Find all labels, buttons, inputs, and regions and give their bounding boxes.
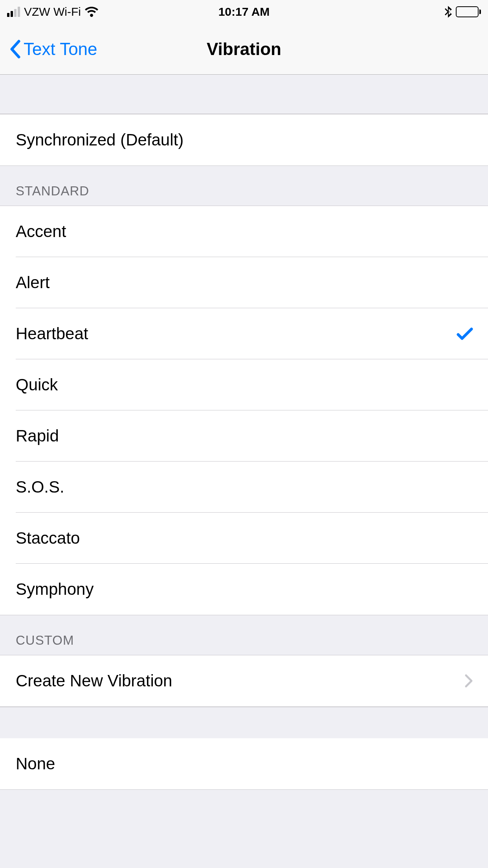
- vibration-option-none[interactable]: None: [0, 738, 488, 789]
- bluetooth-icon: [445, 6, 452, 18]
- status-left: VZW Wi-Fi: [7, 5, 98, 18]
- cell-label: None: [16, 754, 55, 773]
- status-bar: VZW Wi-Fi 10:17 AM: [0, 0, 488, 24]
- back-label: Text Tone: [24, 39, 97, 59]
- standard-group: Accent Alert Heartbeat Quick Rapid S.O.S…: [0, 206, 488, 615]
- cell-label: Quick: [16, 375, 58, 394]
- cell-label: Heartbeat: [16, 324, 88, 343]
- cell-label: Rapid: [16, 427, 59, 445]
- battery-icon: [456, 6, 481, 17]
- vibration-option-sos[interactable]: S.O.S.: [0, 462, 488, 513]
- status-right: [445, 6, 481, 18]
- create-new-vibration[interactable]: Create New Vibration: [0, 655, 488, 706]
- vibration-option-heartbeat[interactable]: Heartbeat: [0, 308, 488, 359]
- vibration-option-symphony[interactable]: Symphony: [0, 564, 488, 615]
- group-spacer: [0, 707, 488, 738]
- vibration-option-accent[interactable]: Accent: [0, 206, 488, 257]
- checkmark-icon: [457, 327, 473, 341]
- cell-label: Staccato: [16, 529, 80, 548]
- cell-label: Synchronized (Default): [16, 131, 183, 149]
- back-button[interactable]: Text Tone: [0, 39, 97, 59]
- cell-label: Accent: [16, 222, 66, 241]
- cell-label: Alert: [16, 273, 50, 292]
- vibration-option-alert[interactable]: Alert: [0, 257, 488, 308]
- signal-strength-icon: [7, 7, 20, 17]
- vibration-option-rapid[interactable]: Rapid: [0, 410, 488, 462]
- default-group: Synchronized (Default): [0, 114, 488, 166]
- cell-label: Symphony: [16, 580, 94, 599]
- vibration-option-staccato[interactable]: Staccato: [0, 513, 488, 564]
- group-spacer: [0, 75, 488, 114]
- vibration-option-quick[interactable]: Quick: [0, 359, 488, 410]
- cell-label: S.O.S.: [16, 478, 64, 497]
- carrier-label: VZW Wi-Fi: [24, 5, 81, 18]
- section-header-standard: STANDARD: [0, 166, 488, 206]
- custom-group: Create New Vibration: [0, 655, 488, 707]
- chevron-right-icon: [464, 674, 473, 688]
- none-group: None: [0, 738, 488, 790]
- chevron-left-icon: [9, 40, 20, 59]
- cell-label: Create New Vibration: [16, 671, 172, 690]
- section-header-custom: CUSTOM: [0, 615, 488, 655]
- wifi-icon: [85, 7, 98, 17]
- vibration-option-synchronized[interactable]: Synchronized (Default): [0, 114, 488, 166]
- nav-bar: Text Tone Vibration: [0, 24, 488, 75]
